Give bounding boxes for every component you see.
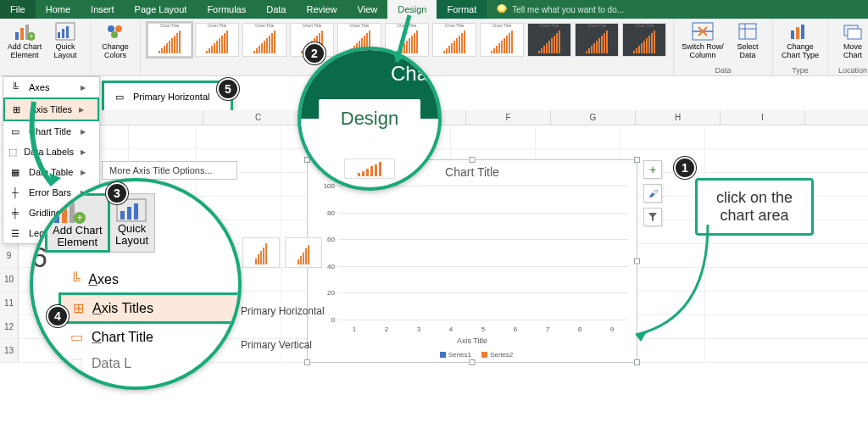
tab-insert[interactable]: Insert <box>81 0 125 19</box>
zoom-submenu-ph: Primary Horizontal <box>241 305 325 317</box>
chart-legend[interactable]: Series1 Series2 <box>308 351 637 359</box>
column-header[interactable]: F <box>466 110 551 125</box>
change-chart-type-button[interactable]: Change Chart Type <box>778 20 822 59</box>
embedded-chart[interactable]: Chart Title 020406080100 123456789 Axis … <box>307 159 637 363</box>
menu-item-axes[interactable]: ╚Axes▶ <box>3 77 99 97</box>
select-data-label: Select Data <box>737 42 758 59</box>
legend-label-series2: Series2 <box>490 351 513 359</box>
callout-3-arrow <box>17 102 68 195</box>
switch-row-column-icon <box>692 22 714 41</box>
chart-x-tick-label: 8 <box>578 326 581 333</box>
chart-plot-area[interactable]: 020406080100 <box>338 186 628 320</box>
chart-x-tick-label: 7 <box>546 326 549 333</box>
chart-resize-handle[interactable] <box>634 359 640 365</box>
legend-swatch-series2 <box>481 352 487 358</box>
column-header[interactable]: G <box>551 110 636 125</box>
primary-horizontal-icon: ▭ <box>113 90 126 103</box>
chart-x-axis-title[interactable]: Axis Title <box>308 337 637 345</box>
chart-style-thumb[interactable]: Chart Title <box>575 23 619 57</box>
tab-format[interactable]: Format <box>437 0 487 19</box>
tab-view[interactable]: View <box>348 0 388 19</box>
quick-layout-label: Quick Layout <box>53 42 76 59</box>
move-chart-label: Move Chart <box>843 42 862 59</box>
column-header[interactable]: H <box>636 110 721 125</box>
svg-rect-18 <box>796 27 799 39</box>
chart-elements-button[interactable]: + <box>643 160 662 179</box>
chart-style-thumb[interactable]: Chart Title <box>527 23 571 57</box>
row-header[interactable]: 11 <box>0 292 19 315</box>
legend-label-series1: Series1 <box>448 351 471 359</box>
tab-file[interactable]: File <box>0 0 36 19</box>
chart-style-thumb[interactable]: Chart Title <box>195 23 239 57</box>
move-chart-button[interactable]: Move Chart <box>833 20 868 59</box>
svg-rect-1 <box>20 28 24 40</box>
row-header[interactable]: 9 <box>0 244 19 268</box>
chart-x-tick-label: 2 <box>385 326 388 333</box>
callout-1-arrow <box>627 225 729 343</box>
step-badge-4: 4 <box>47 305 69 327</box>
switch-row-column-button[interactable]: Switch Row/ Column <box>679 20 726 59</box>
change-chart-type-icon <box>789 22 811 41</box>
tell-me-placeholder: Tell me what you want to do... <box>512 5 624 14</box>
ribbon: + Add Chart Element Quick Layout Change … <box>0 19 868 76</box>
add-chart-element-button[interactable]: + Add Chart Element <box>5 20 44 59</box>
chart-resize-handle[interactable] <box>634 157 640 163</box>
chart-y-tick-label: 100 <box>313 182 335 190</box>
column-header[interactable]: I <box>721 110 805 125</box>
chart-filters-button[interactable] <box>643 208 662 226</box>
chart-style-thumb[interactable]: Chart Title <box>147 23 192 57</box>
add-chart-element-callout-ring: 6 + Add Chart Element Quick Layout ╚AAxe… <box>30 178 242 390</box>
tab-home[interactable]: Home <box>36 0 81 19</box>
chart-resize-handle[interactable] <box>304 359 310 365</box>
chart-x-tick-label: 6 <box>514 326 517 333</box>
svg-text:+: + <box>76 212 82 224</box>
chart-style-thumb[interactable]: Chart Title <box>432 23 476 57</box>
quick-layout-icon <box>55 22 75 41</box>
add-chart-element-icon: + <box>14 22 35 41</box>
chart-resize-handle[interactable] <box>470 359 476 365</box>
row-header[interactable]: 12 <box>0 315 19 339</box>
chart-x-tick-label: 5 <box>481 326 485 333</box>
chart-x-tick-label: 1 <box>353 326 356 333</box>
chart-resize-handle[interactable] <box>470 157 476 163</box>
menu-tabs: File Home Insert Page Layout Formulas Da… <box>0 0 868 19</box>
tell-me-search[interactable]: Tell me what you want to do... <box>487 0 624 19</box>
select-data-button[interactable]: Select Data <box>728 20 767 59</box>
chevron-right-icon: ▶ <box>81 128 86 136</box>
submenu-primary-horizontal[interactable]: ▭Primary Horizontal <box>104 83 231 110</box>
svg-rect-28 <box>120 211 125 220</box>
chart-style-thumb[interactable]: Chart Title <box>242 23 287 57</box>
data-labels-icon: ⬚ <box>8 145 17 159</box>
change-colors-button[interactable]: Change Colors <box>96 20 135 59</box>
svg-rect-8 <box>66 26 69 38</box>
chart-y-tick-label: 80 <box>313 209 335 216</box>
gridlines-icon: ╪ <box>8 206 22 220</box>
chart-x-tick-label: 3 <box>417 326 420 333</box>
zoom-menu-axis-titles: ⊞Axis Titles <box>58 292 242 324</box>
svg-rect-30 <box>134 203 138 220</box>
select-data-icon <box>737 22 758 41</box>
step-badge-3: 3 <box>106 182 128 204</box>
svg-point-11 <box>111 31 118 38</box>
tab-formulas[interactable]: Formulas <box>197 0 256 19</box>
design-tab-zoom: Design <box>319 99 420 138</box>
tab-review[interactable]: Review <box>296 0 347 19</box>
callout-1-text: click on the chart area <box>716 189 793 224</box>
chart-style-thumb[interactable]: Chart Title <box>480 23 524 57</box>
quick-layout-button[interactable]: Quick Layout <box>46 20 85 59</box>
group-location-label: Location <box>828 66 868 75</box>
row-header[interactable]: 10 <box>0 268 19 292</box>
svg-rect-0 <box>15 32 19 40</box>
tab-data[interactable]: Data <box>256 0 296 19</box>
chart-styles-button[interactable]: 🖌 <box>643 184 662 203</box>
chevron-right-icon: ▶ <box>81 169 86 176</box>
group-type: Change Chart Type Type <box>773 19 828 75</box>
svg-rect-21 <box>848 29 861 39</box>
chart-style-thumb[interactable]: Chart Title <box>622 23 666 57</box>
tab-page-layout[interactable]: Page Layout <box>125 0 198 19</box>
svg-rect-14 <box>739 24 756 39</box>
row-header[interactable]: 13 <box>0 339 19 363</box>
chart-x-tick-label: 4 <box>449 326 453 333</box>
submenu-more-axis-title-options[interactable]: More Axis Title Options... <box>102 161 237 180</box>
svg-rect-19 <box>801 25 804 39</box>
